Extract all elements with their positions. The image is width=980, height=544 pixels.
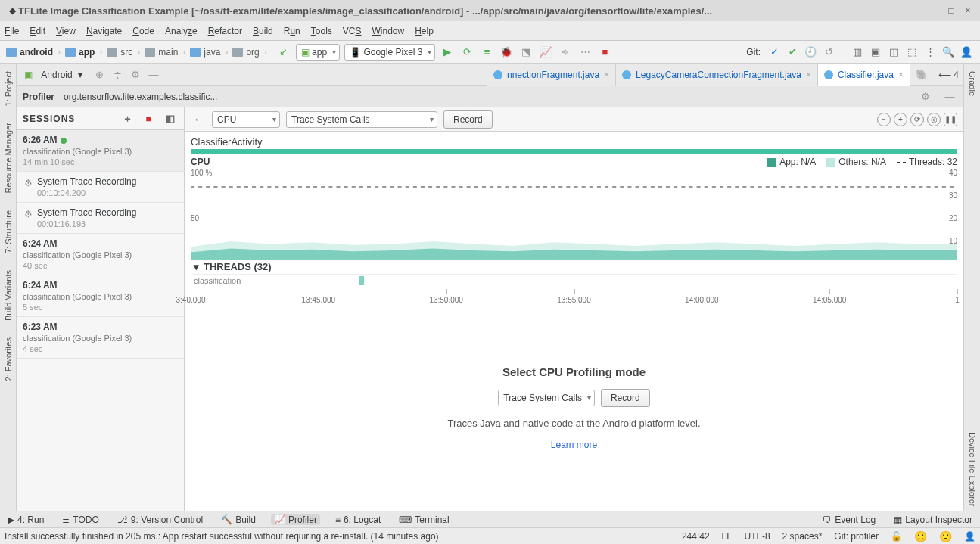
run-config-combo[interactable]: ▣ app: [296, 44, 340, 61]
profiler-config-combo[interactable]: Trace System Calls: [286, 111, 437, 128]
sync-icon[interactable]: ↙: [276, 45, 291, 60]
profile-icon[interactable]: 📈: [538, 45, 553, 60]
left-gutter-favorites[interactable]: 2: Favorites: [4, 333, 13, 385]
apply-code-icon[interactable]: ≡: [479, 45, 494, 60]
close-icon[interactable]: ×: [806, 70, 811, 80]
collapse-sessions-icon[interactable]: ◧: [163, 111, 178, 126]
session-item[interactable]: 6:24 AMclassification (Google Pixel 3)40…: [17, 234, 184, 275]
menu-run[interactable]: Run: [284, 26, 300, 36]
learn-more-link[interactable]: Learn more: [551, 440, 597, 450]
run-icon[interactable]: ▶: [440, 45, 455, 60]
crumb-android[interactable]: android: [3, 45, 56, 59]
tool-profiler[interactable]: 📈 Profiler: [271, 514, 320, 525]
overflow-icon[interactable]: ⋮: [922, 45, 938, 60]
gear-icon[interactable]: ⚙: [918, 89, 933, 104]
debug-icon[interactable]: 🐞: [499, 45, 514, 60]
elephant-icon[interactable]: 🐘: [914, 67, 929, 82]
menu-navigate[interactable]: Navigate: [86, 26, 122, 36]
crumb-app[interactable]: app: [62, 45, 98, 59]
minimize-icon[interactable]: —: [942, 89, 957, 104]
status-caret[interactable]: 244:42: [682, 531, 710, 542]
left-gutter-resource-manager[interactable]: Resource Manager: [4, 118, 13, 198]
left-gutter-build-variants[interactable]: Build Variants: [4, 266, 13, 325]
back-button[interactable]: ←: [191, 112, 206, 127]
tool-vcs[interactable]: ⎇ 9: Version Control: [114, 514, 206, 525]
menu-file[interactable]: File: [5, 26, 19, 36]
crumb-src[interactable]: src: [104, 45, 135, 59]
git-revert-icon[interactable]: ↺: [821, 45, 836, 60]
apply-changes-icon[interactable]: ⟳: [459, 45, 474, 60]
menu-help[interactable]: Help: [415, 26, 434, 36]
zoom-out-icon[interactable]: −: [877, 113, 891, 126]
window-minimize-button[interactable]: –: [929, 5, 941, 16]
resource-manager-icon[interactable]: ◫: [886, 45, 901, 60]
menu-tools[interactable]: Tools: [311, 26, 332, 36]
target-icon[interactable]: ⊕: [92, 67, 107, 82]
tool-logcat[interactable]: ≡ 6: Logcat: [332, 514, 384, 525]
profiler-type-combo[interactable]: CPU: [212, 111, 280, 128]
menu-build[interactable]: Build: [253, 26, 273, 36]
tool-terminal[interactable]: ⌨ Terminal: [396, 514, 452, 525]
git-commit-icon[interactable]: ✔: [785, 45, 800, 60]
threads-timeline[interactable]: classification 3:40.00013:45.00013:50.00…: [191, 274, 957, 304]
coverage-icon[interactable]: ⬔: [518, 45, 534, 60]
tool-run[interactable]: ▶ 4: Run: [5, 514, 47, 525]
menu-code[interactable]: Code: [132, 26, 154, 36]
zoom-sel-icon[interactable]: ◎: [927, 113, 941, 126]
menu-edit[interactable]: Edit: [30, 26, 45, 36]
project-view-combo[interactable]: ▣ Android ▾: [21, 68, 86, 82]
stop-session-icon[interactable]: ■: [142, 111, 157, 126]
tool-todo[interactable]: ≣ TODO: [59, 514, 101, 525]
profiler-process[interactable]: org.tensorflow.lite.examples.classific..…: [64, 92, 217, 102]
git-update-icon[interactable]: ✓: [767, 45, 782, 60]
search-icon[interactable]: 🔍: [941, 45, 956, 60]
status-indent[interactable]: 2 spaces*: [782, 531, 823, 542]
session-item[interactable]: 6:26 AMclassification (Google Pixel 3)14…: [17, 130, 184, 172]
status-git-branch[interactable]: Git: profiler: [834, 531, 879, 542]
stop-icon[interactable]: ■: [597, 45, 612, 60]
session-item[interactable]: 6:23 AMclassification (Google Pixel 3)4 …: [17, 317, 184, 359]
tool-build[interactable]: 🔨 Build: [218, 514, 259, 525]
close-icon[interactable]: ×: [898, 70, 904, 80]
status-face-sad-icon[interactable]: 🙁: [939, 530, 952, 542]
status-encoding[interactable]: UTF-8: [745, 531, 770, 542]
editor-tab-1[interactable]: LegacyCameraConnectionFragment.java×: [615, 64, 817, 86]
tool-layout-inspector[interactable]: ▦ Layout Inspector: [891, 514, 975, 525]
gear-icon[interactable]: ⚙: [128, 67, 143, 82]
add-session-icon[interactable]: ＋: [120, 111, 135, 126]
editor-tab-2[interactable]: Classifier.java×: [817, 64, 910, 86]
git-history-icon[interactable]: 🕘: [803, 45, 818, 60]
window-maximize-button[interactable]: □: [945, 5, 957, 16]
status-man-icon[interactable]: 👤: [964, 531, 975, 542]
record-button[interactable]: Record: [443, 110, 493, 129]
sdk-manager-icon[interactable]: ▣: [868, 45, 883, 60]
right-gutter-device-explorer[interactable]: Device File Explorer: [968, 427, 977, 511]
attach-debugger-icon[interactable]: ⎆: [558, 45, 573, 60]
profiling-mode-combo[interactable]: Trace System Calls: [498, 390, 595, 406]
status-face-happy-icon[interactable]: 🙂: [914, 530, 927, 542]
crumb-org[interactable]: org: [229, 45, 262, 59]
menu-window[interactable]: Window: [372, 26, 404, 36]
zoom-reset-icon[interactable]: ⟳: [910, 113, 924, 126]
window-close-button[interactable]: ×: [962, 5, 974, 16]
menu-view[interactable]: View: [56, 26, 76, 36]
threads-header[interactable]: ▾ THREADS (32): [191, 260, 957, 274]
tool-eventlog[interactable]: 🗨 Event Log: [820, 514, 879, 525]
crumb-main[interactable]: main: [142, 45, 181, 59]
record-button-center[interactable]: Record: [601, 389, 650, 407]
right-gutter-gradle[interactable]: Gradle: [968, 67, 977, 101]
more-run-icon[interactable]: ⋯: [577, 45, 593, 60]
tab-overflow-count[interactable]: 4: [954, 70, 959, 80]
status-lock-icon[interactable]: 🔓: [891, 531, 902, 542]
collapse-icon[interactable]: ≑: [110, 67, 125, 82]
session-item[interactable]: 6:24 AMclassification (Google Pixel 3)5 …: [17, 275, 184, 317]
zoom-in-icon[interactable]: +: [894, 113, 907, 126]
cpu-chart[interactable]: 100 % 50 40 30 20 10: [191, 169, 957, 260]
user-icon[interactable]: 👤: [959, 45, 974, 60]
session-item[interactable]: ⚙System Trace Recording00:10:04.200: [17, 172, 184, 203]
hide-panel-icon[interactable]: —: [146, 67, 161, 82]
left-gutter-project[interactable]: 1: Project: [4, 67, 13, 110]
layout-inspector-icon[interactable]: ⬚: [904, 45, 919, 60]
crumb-java[interactable]: java: [187, 45, 223, 59]
device-combo[interactable]: 📱 Google Pixel 3: [344, 44, 435, 61]
